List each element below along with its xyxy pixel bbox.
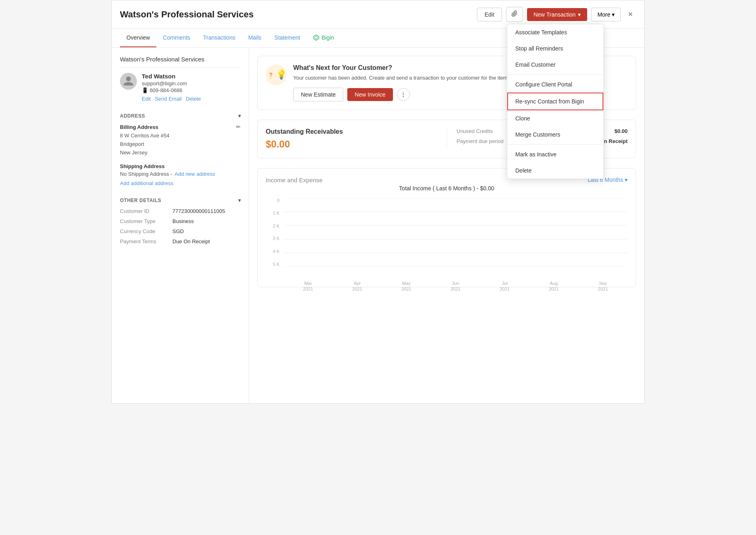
tab-statement[interactable]: Statement (268, 29, 307, 47)
attachment-button[interactable] (506, 7, 523, 22)
customer-name-heading: Watson's Professional Services (120, 56, 241, 68)
dropdown-email-customer[interactable]: Email Customer (507, 57, 603, 73)
dropdown-configure-portal[interactable]: Configure Client Portal (507, 76, 603, 93)
attachment-icon (511, 11, 518, 17)
contact-delete-link[interactable]: Delete (186, 96, 201, 102)
address-chevron-icon: ▾ (238, 113, 241, 119)
dropdown-divider-2 (507, 144, 603, 145)
shipping-address-label: Shipping Address (120, 163, 241, 169)
shipping-address-row: No Shipping Address - Add new address (120, 171, 241, 177)
shipping-address-section: Shipping Address No Shipping Address - A… (120, 163, 241, 186)
contact-phone: 📱 609-884-0686 (142, 87, 201, 93)
edit-billing-icon[interactable]: ✏ (236, 124, 241, 130)
more-button[interactable]: More ▾ (591, 8, 621, 21)
contact-info: Ted Watson support@bigin.com 📱 609-884-0… (120, 73, 241, 102)
detail-currency-code: Currency Code SGD (120, 228, 241, 234)
more-chevron-icon: ▾ (612, 11, 615, 18)
receivables-label: Outstanding Receivables (266, 128, 437, 135)
tab-overview[interactable]: Overview (120, 29, 156, 47)
svg-marker-1 (315, 36, 318, 39)
dropdown-merge-customers[interactable]: Merge Customers (507, 126, 603, 143)
contact-details: Ted Watson support@bigin.com 📱 609-884-0… (142, 73, 201, 102)
page-title: Watson's Professional Services (120, 9, 477, 20)
receivables-amount: $0.00 (266, 139, 437, 150)
other-details-content: Customer ID 777230000000111005 Customer … (120, 208, 241, 244)
income-section: Income and Expense Last 6 Months ▾ Total… (257, 168, 636, 287)
add-new-address-link[interactable]: Add new address (174, 171, 215, 177)
tab-transactions[interactable]: Transactions (197, 29, 242, 47)
new-transaction-button[interactable]: New Transaction ▾ (527, 8, 587, 21)
other-details-chevron-icon: ▾ (238, 198, 241, 203)
tab-bigin[interactable]: Bigin (307, 29, 340, 47)
contact-edit-link[interactable]: Edit (142, 96, 151, 102)
three-dots-icon: ⋮ (401, 91, 406, 97)
dropdown-resync-contact[interactable]: Re-sync Contact from Bigin (507, 93, 603, 110)
other-details-section-header[interactable]: OTHER DETAILS ▾ (120, 193, 241, 208)
tab-comments[interactable]: Comments (156, 29, 197, 47)
chart-area: 5 K 4 K 3 K 2 K 1 K 0 (266, 198, 628, 279)
chart-x-labels: Mar2021 Apr2021 May2021 Jun2021 Jul2021 … (284, 280, 628, 292)
dropdown-mark-inactive[interactable]: Mark as Inactive (507, 146, 603, 162)
contact-send-email-link[interactable]: Send Email (155, 96, 181, 102)
billing-address-text: 8 W Cerritos Ave #54 Bridgeport New Jers… (120, 132, 241, 157)
chart-svg (284, 198, 628, 267)
dropdown-divider-1 (507, 74, 603, 75)
income-title: Income and Expense (266, 177, 323, 183)
more-options-button[interactable]: ⋮ (397, 88, 410, 101)
new-invoice-button[interactable]: New Invoice (347, 88, 393, 101)
detail-customer-type: Customer Type Business (120, 218, 241, 224)
address-section-content: Billing Address ✏ 8 W Cerritos Ave #54 B… (120, 124, 241, 186)
close-button[interactable]: × (625, 8, 636, 21)
detail-customer-id: Customer ID 777230000000111005 (120, 208, 241, 214)
income-subtitle: Total Income ( Last 6 Months ) - $0.00 (266, 185, 628, 192)
chart-y-labels: 5 K 4 K 3 K 2 K 1 K 0 (266, 198, 282, 267)
dropdown-menu: Associate Templates Stop all Reminders E… (507, 24, 604, 179)
whats-next-icon: ? 💡 (266, 64, 287, 85)
avatar (120, 73, 137, 90)
new-estimate-button[interactable]: New Estimate (293, 88, 343, 101)
dropdown-associate-templates[interactable]: Associate Templates (507, 24, 603, 40)
contact-actions: Edit Send Email Delete (142, 96, 201, 102)
header-actions: Edit New Transaction ▾ More ▾ × (477, 7, 636, 22)
dropdown-clone[interactable]: Clone (507, 110, 603, 126)
detail-payment-terms: Payment Terms Due On Receipt (120, 238, 241, 244)
chart-content (284, 198, 628, 279)
svg-text:?: ? (269, 72, 273, 78)
receivables-left: Outstanding Receivables $0.00 (266, 128, 447, 150)
svg-marker-0 (314, 35, 319, 40)
contact-email: support@bigin.com (142, 80, 201, 86)
app-container: Watson's Professional Services Edit New … (111, 0, 645, 404)
contact-name: Ted Watson (142, 73, 201, 80)
address-section-header[interactable]: ADDRESS ▾ (120, 108, 241, 124)
tab-mails[interactable]: Mails (242, 29, 268, 47)
edit-button[interactable]: Edit (477, 8, 502, 21)
question-icon: ? (266, 69, 276, 80)
filter-chevron-icon: ▾ (625, 177, 628, 183)
left-panel: Watson's Professional Services Ted Watso… (112, 48, 249, 403)
bigin-icon (313, 34, 319, 41)
dropdown-arrow-icon: ▾ (578, 11, 581, 18)
dropdown-stop-reminders[interactable]: Stop all Reminders (507, 40, 603, 57)
dropdown-delete[interactable]: Delete (507, 162, 603, 179)
person-icon (123, 76, 134, 87)
add-additional-address-link[interactable]: Add additional address (120, 180, 241, 186)
phone-icon: 📱 (142, 87, 148, 93)
billing-address-label: Billing Address ✏ (120, 124, 241, 130)
